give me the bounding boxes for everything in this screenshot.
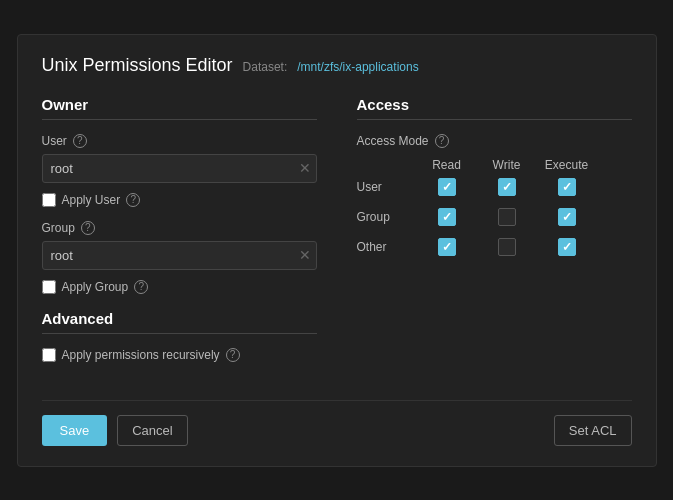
apply-group-label: Apply Group	[62, 280, 129, 294]
access-mode-row: Access Mode ?	[357, 134, 632, 148]
perm-other-label: Other	[357, 240, 417, 254]
recursive-checkbox[interactable]	[42, 348, 56, 362]
header-execute: Execute	[537, 158, 597, 172]
group-write-checkbox[interactable]	[477, 208, 537, 226]
perm-row-group: Group	[357, 208, 632, 226]
recursive-label: Apply permissions recursively	[62, 348, 220, 362]
user-input[interactable]	[42, 154, 317, 183]
modal-header: Unix Permissions Editor Dataset: /mnt/zf…	[42, 55, 632, 76]
perm-row-other: Other	[357, 238, 632, 256]
apply-group-checkbox[interactable]	[42, 280, 56, 294]
apply-group-row: Apply Group ?	[42, 280, 317, 294]
content-area: Owner User ? ✕ Apply User ? Group ? ✕	[42, 96, 632, 376]
unix-permissions-modal: Unix Permissions Editor Dataset: /mnt/zf…	[17, 34, 657, 467]
permissions-header: Read Write Execute	[357, 158, 632, 172]
group-help-icon[interactable]: ?	[81, 221, 95, 235]
other-write-checkbox[interactable]	[477, 238, 537, 256]
other-read-checkbox[interactable]	[417, 238, 477, 256]
user-execute-checkbox[interactable]	[537, 178, 597, 196]
header-write: Write	[477, 158, 537, 172]
user-write-checkbox[interactable]	[477, 178, 537, 196]
user-clear-icon[interactable]: ✕	[299, 161, 311, 175]
apply-user-help-icon[interactable]: ?	[126, 193, 140, 207]
advanced-section-title: Advanced	[42, 310, 317, 334]
modal-title: Unix Permissions Editor	[42, 55, 233, 76]
save-button[interactable]: Save	[42, 415, 108, 446]
access-mode-label: Access Mode	[357, 134, 429, 148]
group-read-checkbox[interactable]	[417, 208, 477, 226]
access-section-title: Access	[357, 96, 632, 120]
dataset-label: Dataset:	[243, 60, 288, 74]
user-field-label: User ?	[42, 134, 317, 148]
apply-user-label: Apply User	[62, 193, 121, 207]
right-panel: Access Access Mode ? Read Write Execute …	[357, 96, 632, 376]
group-clear-icon[interactable]: ✕	[299, 248, 311, 262]
recursive-row: Apply permissions recursively ?	[42, 348, 317, 362]
other-execute-checkbox[interactable]	[537, 238, 597, 256]
owner-section-title: Owner	[42, 96, 317, 120]
set-acl-button[interactable]: Set ACL	[554, 415, 632, 446]
cancel-button[interactable]: Cancel	[117, 415, 187, 446]
user-read-checkbox[interactable]	[417, 178, 477, 196]
group-execute-checkbox[interactable]	[537, 208, 597, 226]
access-mode-help-icon[interactable]: ?	[435, 134, 449, 148]
group-input-wrapper: ✕	[42, 241, 317, 270]
perm-row-user: User	[357, 178, 632, 196]
apply-user-row: Apply User ?	[42, 193, 317, 207]
permissions-table: Read Write Execute User	[357, 158, 632, 256]
dataset-path: /mnt/zfs/ix-applications	[297, 60, 418, 74]
user-help-icon[interactable]: ?	[73, 134, 87, 148]
header-read: Read	[417, 158, 477, 172]
group-field-label: Group ?	[42, 221, 317, 235]
left-panel: Owner User ? ✕ Apply User ? Group ? ✕	[42, 96, 317, 376]
apply-group-help-icon[interactable]: ?	[134, 280, 148, 294]
perm-user-label: User	[357, 180, 417, 194]
user-input-wrapper: ✕	[42, 154, 317, 183]
apply-user-checkbox[interactable]	[42, 193, 56, 207]
group-input[interactable]	[42, 241, 317, 270]
footer: Save Cancel Set ACL	[42, 400, 632, 446]
footer-left: Save Cancel	[42, 415, 188, 446]
advanced-section: Advanced Apply permissions recursively ?	[42, 310, 317, 362]
perm-group-label: Group	[357, 210, 417, 224]
recursive-help-icon[interactable]: ?	[226, 348, 240, 362]
